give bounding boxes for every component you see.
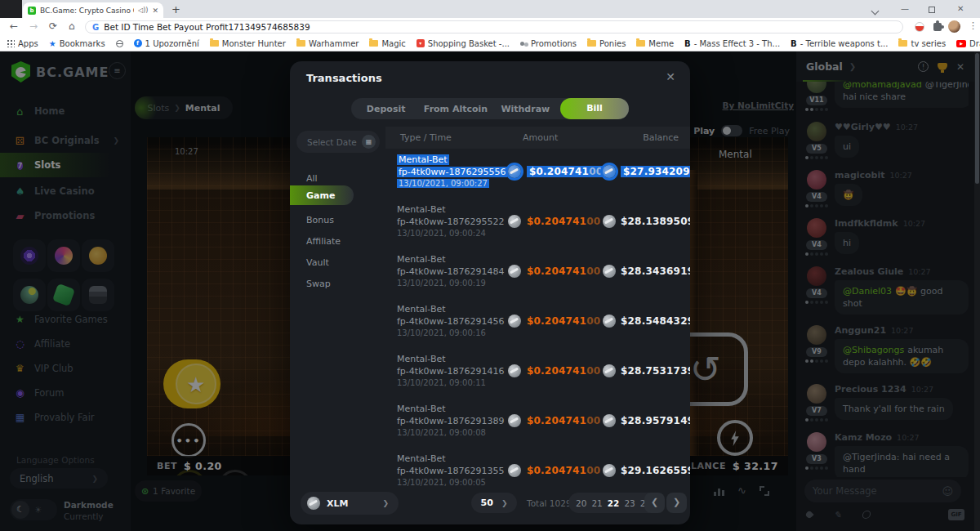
xlm-coin-icon [603,265,616,278]
folder-icon [587,40,596,47]
currency-select[interactable]: XLM ❯ [301,492,399,515]
xlm-coin-icon [508,215,521,228]
tab-close-icon[interactable]: ✕ [152,7,158,15]
category-affiliate[interactable]: Affiliate [290,231,385,251]
table-row[interactable]: Mental-Bet fp-4tk0ww-1876291456 13/10/20… [385,298,690,348]
site-favicon-icon: b [28,7,36,15]
globe-icon [116,40,123,47]
page-size-select[interactable]: 50 ❯ [471,493,517,513]
new-tab-button[interactable]: + [172,3,180,16]
bookmark-folder[interactable]: Magic [369,39,405,48]
category-bonus[interactable]: Bonus [290,210,385,230]
window-restore-button[interactable] [929,6,935,15]
xlm-coin-icon [603,165,616,178]
tab-withdraw[interactable]: Withdraw [491,104,560,114]
window-menu-chevron-icon[interactable] [872,7,878,16]
bookmark-terrible-weapons[interactable]: B- Terrible weapons t... [791,39,888,48]
xlm-coin-icon [307,497,320,510]
forward-icon[interactable]: → [29,20,38,32]
calendar-icon: ▦ [362,135,376,149]
scrollbar-thumb[interactable] [975,53,979,184]
page-number[interactable]: 20 [576,498,586,508]
extension-icon[interactable] [915,22,924,32]
table-header: Type / Time Amount Balance [385,127,690,149]
modal-title: Transactions [306,72,382,84]
xlm-coin-icon [508,464,521,477]
tab-deposit[interactable]: Deposit [351,104,421,114]
xlm-coin-icon [508,315,521,328]
modal-close-icon[interactable]: ✕ [666,70,675,83]
window-minimize-button[interactable]: — [901,4,909,13]
table-row[interactable]: Mental-Bet fp-4tk0ww-1876291484 13/10/20… [385,248,690,298]
table-row[interactable]: Mental-Bet fp-4tk0ww-1876295556 13/10/20… [385,149,690,199]
page-number[interactable]: 23 [624,498,635,508]
table-row[interactable]: Mental-Bet fp-4tk0ww-1876295522 13/10/20… [385,199,690,248]
page-number-active[interactable]: 22 [608,498,620,508]
next-page-button[interactable]: ❯ [666,493,687,513]
back-icon[interactable]: ← [10,20,18,32]
bookmark-basket[interactable]: ▾Shopping Basket -... [416,39,510,48]
profile-avatar[interactable] [948,20,960,33]
tab-title: BC.Game: Crypto Casino Gan [40,7,134,15]
table-row[interactable]: Mental-Bet fp-4tk0ww-1876291416 13/10/20… [385,348,690,398]
page-scrollbar[interactable] [974,51,980,531]
xlm-coin-icon [508,165,521,178]
extensions-puzzle-icon[interactable] [933,23,942,31]
google-icon: G [92,23,99,32]
bookmark-promotions[interactable]: Promotions [520,39,577,48]
xlm-coin-icon [508,414,521,427]
bookmark-folder[interactable]: Monster Hunter [210,39,286,48]
column-balance: Balance [612,132,690,143]
browser-tab-strip: b BC.Game: Crypto Casino Gan ◁)) ✕ + — ✕ [0,0,980,18]
total-count: Total 1029 [527,498,572,508]
reload-icon[interactable]: ⟳ [49,20,57,32]
tab-audio-icon[interactable]: ◁)) [138,7,148,14]
screen: b BC.Game: Crypto Casino Gan ◁)) ✕ + — ✕… [0,0,980,531]
bookmark-youtube[interactable]: ▶Dragonball Z: Battle... [956,39,980,48]
transactions-modal: Transactions ✕ Deposit From Altcoin With… [290,61,690,524]
xlm-coin-icon [603,414,616,427]
bookmark-facebook[interactable]: f1 Upozornění [134,39,199,48]
xlm-coin-icon [603,464,616,477]
category-game[interactable]: Game [290,185,354,205]
category-swap[interactable]: Swap [290,274,385,293]
column-amount: Amount [523,132,612,143]
youtube-icon: ▶ [956,40,966,47]
browser-menu-icon[interactable]: ⋮ [969,20,978,31]
url-text: Bet ID Time Bet Payout Profit17134957468… [104,22,310,32]
bookmark-folder[interactable]: Ponies [587,39,626,48]
bookmark-globe[interactable] [116,40,123,47]
column-type-time: Type / Time [400,132,523,143]
table-row[interactable]: Mental-Bet fp-4tk0ww-1876291389 13/10/20… [385,398,690,448]
category-vault[interactable]: Vault [290,252,385,272]
select-date-button[interactable]: Select Date ▦ [296,131,380,153]
xlm-coin-icon [508,265,521,278]
bookmark-folder[interactable]: tv series [898,39,946,48]
home-icon[interactable]: ⌂ [69,20,75,32]
xlm-coin-icon [603,315,616,328]
window-close-button[interactable]: ✕ [957,4,964,13]
folder-icon [636,40,645,47]
bookmark-folder[interactable]: Meme [636,39,674,48]
folder-icon [369,40,378,47]
folder-icon [898,40,907,47]
bookmark-bookmarks[interactable]: ★Bookmarks [49,39,105,48]
tab-from-altcoin[interactable]: From Altcoin [421,104,490,114]
page-number[interactable]: 21 [591,498,602,508]
browser-tab[interactable]: b BC.Game: Crypto Casino Gan ◁)) ✕ [23,2,163,18]
bookmark-apps[interactable]: Apps [7,39,38,48]
people-icon [520,42,524,46]
bookmark-mass-effect[interactable]: B- Mass Effect 3 - Th... [684,39,780,48]
modal-footer: XLM ❯ 50 ❯ Total 1029 20 21 22 23 24 ❮ ❯ [290,488,690,524]
bookmark-folder[interactable]: Warhammer [296,39,359,48]
bookmarks-bar: Apps ★Bookmarks f1 Upozornění Monster Hu… [0,36,980,51]
xlm-coin-icon [603,364,616,377]
bc-game-app: BC.GAME ≡ ⌂ Home ⚄ BC Originals ❯ 7 Slot… [0,51,980,531]
address-bar[interactable]: G Bet ID Time Bet Payout Profit171349574… [85,20,903,33]
prev-page-button[interactable]: ❮ [644,493,665,513]
b-letter-icon: B [791,39,797,48]
transaction-type-tabs: Deposit From Altcoin Withdraw Bill [351,98,629,119]
folder-icon [296,40,305,47]
tab-bill[interactable]: Bill [560,98,629,119]
xlm-coin-icon [508,364,521,377]
